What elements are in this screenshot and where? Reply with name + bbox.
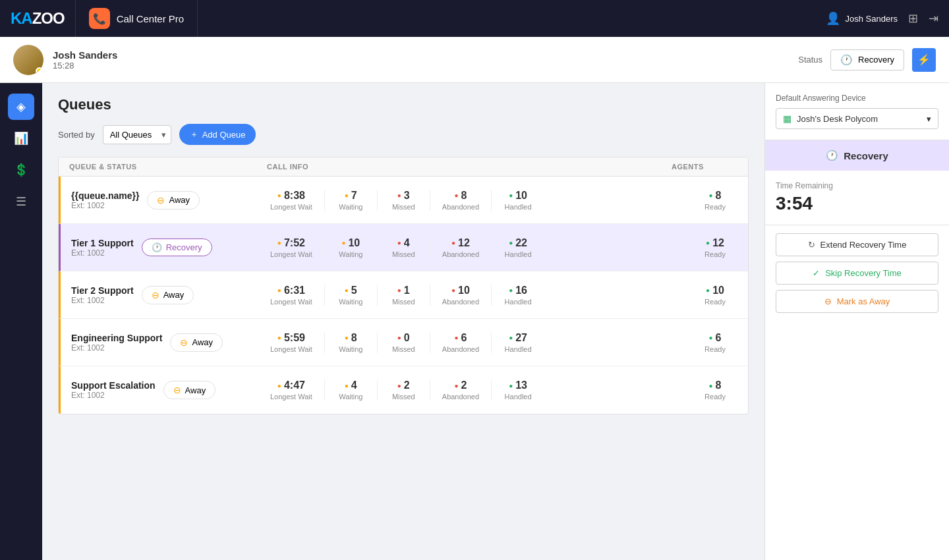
queue-status-label: Away xyxy=(163,290,185,300)
agents-cell: ●6 Ready xyxy=(682,327,748,358)
timer-value: 3:54 xyxy=(776,193,938,214)
queue-ext: Ext: 1002 xyxy=(71,343,162,352)
device-section: Default Answering Device ▦ Josh's Desk P… xyxy=(765,83,949,140)
queue-status-label: Away xyxy=(192,337,213,347)
sidebar-item-queues[interactable]: ◈ xyxy=(8,94,34,120)
recovery-icon: 🕐 xyxy=(152,242,162,252)
status-button[interactable]: 🕐 Recovery xyxy=(830,49,904,70)
agents-cell: ●12 Ready xyxy=(682,232,748,264)
app-name: Call Center Pro xyxy=(117,13,185,24)
device-label: Default Answering Device xyxy=(776,94,938,103)
device-icon: ▦ xyxy=(783,113,791,124)
recovery-panel-icon: 🕐 xyxy=(826,150,838,161)
avatar-badge xyxy=(36,67,43,75)
table-row: Tier 1 Support Ext: 1002 🕐 Recovery ●7:5… xyxy=(59,224,748,271)
call-info-cell: ●6:31 Longest Wait ●5 Waiting ●1 Missed … xyxy=(258,279,682,311)
recovery-panel-title: Recovery xyxy=(844,150,888,161)
minus-circle-icon: ⊖ xyxy=(824,296,832,306)
sidebar-item-billing[interactable]: 💲 xyxy=(8,157,34,183)
queue-ext: Ext: 1002 xyxy=(71,391,156,400)
sidebar-item-menu[interactable]: ☰ xyxy=(8,188,34,215)
skip-recovery-button[interactable]: ✓ Skip Recovery Time xyxy=(776,262,938,285)
add-queue-label: Add Queue xyxy=(202,130,246,140)
queue-status-label: Recovery xyxy=(166,242,202,252)
time-remaining-label: Time Remaining xyxy=(776,181,938,190)
queue-status-badge[interactable]: ⊖ Away xyxy=(163,381,216,399)
avatar xyxy=(13,45,43,75)
app-icon: 📞 xyxy=(89,8,110,29)
queue-status-label: Away xyxy=(169,195,190,205)
queue-status-label: Away xyxy=(185,385,206,395)
user-time: 15:28 xyxy=(53,61,117,70)
logout-icon[interactable]: ⇥ xyxy=(929,11,938,26)
timer-section: Time Remaining 3:54 xyxy=(765,171,949,225)
device-select-box[interactable]: ▦ Josh's Desk Polycom ▾ xyxy=(776,108,938,129)
user-icon: 👤 xyxy=(826,11,840,26)
add-icon: ＋ xyxy=(190,128,198,140)
table-header: QUEUE & STATUS CALL INFO AGENTS xyxy=(59,157,748,177)
table-row: Support Escalation Ext: 1002 ⊖ Away ●4:4… xyxy=(59,366,748,414)
away-icon: ⊖ xyxy=(157,195,165,206)
app-icon-area: 📞 Call Center Pro xyxy=(76,0,198,37)
away-icon: ⊖ xyxy=(152,290,159,300)
header-call-info: CALL INFO xyxy=(267,163,672,171)
skip-label: Skip Recovery Time xyxy=(825,268,902,278)
sort-select[interactable]: All Queues xyxy=(103,125,171,144)
queue-ext: Ext: 1002 xyxy=(71,248,134,258)
logo-area: KAZOO xyxy=(11,0,76,37)
panel-actions: ↻ Extend Recovery Time ✓ Skip Recovery T… xyxy=(765,225,949,321)
flash-button[interactable]: ⚡ xyxy=(912,48,936,72)
status-value: Recovery xyxy=(858,55,894,65)
table-row: Tier 2 Support Ext: 1002 ⊖ Away ●6:31 Lo… xyxy=(59,271,748,319)
main-content: Queues Sorted by All Queues ＋ Add Queue … xyxy=(42,83,764,560)
nav-user-name: Josh Sanders xyxy=(846,14,898,24)
logo: KAZOO xyxy=(11,9,65,28)
agents-cell: ●10 Ready xyxy=(682,279,748,311)
extend-recovery-button[interactable]: ↻ Extend Recovery Time xyxy=(776,233,938,256)
sidebar-item-analytics[interactable]: 📊 xyxy=(8,125,34,152)
call-info-cell: ●8:38 Longest Wait ●7 Waiting ●3 Missed … xyxy=(258,184,682,216)
table-row: {{queue.name}} Ext: 1002 ⊖ Away ●8:38 Lo… xyxy=(59,177,748,224)
queue-name-cell: Engineering Support Ext: 1002 ⊖ Away xyxy=(61,325,258,360)
queue-status-badge[interactable]: 🕐 Recovery xyxy=(142,238,212,256)
sort-label: Sorted by xyxy=(58,130,95,140)
add-queue-button[interactable]: ＋ Add Queue xyxy=(179,124,256,145)
queue-name: {{queue.name}} xyxy=(71,190,139,201)
header-queue-status: QUEUE & STATUS xyxy=(69,163,267,171)
queue-name: Support Escalation xyxy=(71,380,156,391)
header-right: Status 🕐 Recovery ⚡ xyxy=(798,48,936,72)
away-label: Mark as Away xyxy=(837,296,890,306)
refresh-icon: ↻ xyxy=(808,240,815,250)
sidebar: ◈ 📊 💲 ☰ xyxy=(0,83,42,560)
extend-label: Extend Recovery Time xyxy=(820,240,907,250)
device-name: Josh's Desk Polycom xyxy=(797,114,878,124)
status-label: Status xyxy=(798,55,822,65)
queue-status-badge[interactable]: ⊖ Away xyxy=(170,333,223,352)
queue-name-cell: Tier 1 Support Ext: 1002 🕐 Recovery xyxy=(61,230,258,266)
user-details: Josh Sanders 15:28 xyxy=(53,49,117,70)
queue-name-cell: Tier 2 Support Ext: 1002 ⊖ Away xyxy=(61,277,258,313)
queue-name-cell: Support Escalation Ext: 1002 ⊖ Away xyxy=(61,372,258,408)
call-info-cell: ●7:52 Longest Wait ●10 Waiting ●4 Missed… xyxy=(258,232,682,264)
queue-status-badge[interactable]: ⊖ Away xyxy=(142,286,194,304)
mark-away-button[interactable]: ⊖ Mark as Away xyxy=(776,290,938,313)
recovery-status-icon: 🕐 xyxy=(840,54,853,66)
table-row: Engineering Support Ext: 1002 ⊖ Away ●5:… xyxy=(59,319,748,366)
grid-icon[interactable]: ⊞ xyxy=(908,11,918,26)
call-info-cell: ●4:47 Longest Wait ●4 Waiting ●2 Missed … xyxy=(258,374,682,406)
away-icon: ⊖ xyxy=(180,337,188,348)
queue-status-badge[interactable]: ⊖ Away xyxy=(147,191,200,210)
nav-right: 👤 Josh Sanders ⊞ ⇥ xyxy=(826,11,939,26)
agents-cell: ●8 Ready xyxy=(682,374,748,406)
agents-cell: ●8 Ready xyxy=(682,184,748,216)
queue-ext: Ext: 1002 xyxy=(71,201,139,210)
queue-ext: Ext: 1002 xyxy=(71,296,134,305)
user-info: 👤 Josh Sanders xyxy=(826,11,898,26)
page-title: Queues xyxy=(58,96,749,113)
main-layout: ◈ 📊 💲 ☰ Queues Sorted by All Queues ＋ Ad… xyxy=(0,83,949,560)
top-navigation: KAZOO 📞 Call Center Pro 👤 Josh Sanders ⊞… xyxy=(0,0,949,37)
queue-name-cell: {{queue.name}} Ext: 1002 ⊖ Away xyxy=(61,182,258,218)
chevron-down-icon: ▾ xyxy=(927,114,931,124)
queue-table: QUEUE & STATUS CALL INFO AGENTS {{queue.… xyxy=(58,157,749,414)
queue-name: Tier 1 Support xyxy=(71,238,134,248)
